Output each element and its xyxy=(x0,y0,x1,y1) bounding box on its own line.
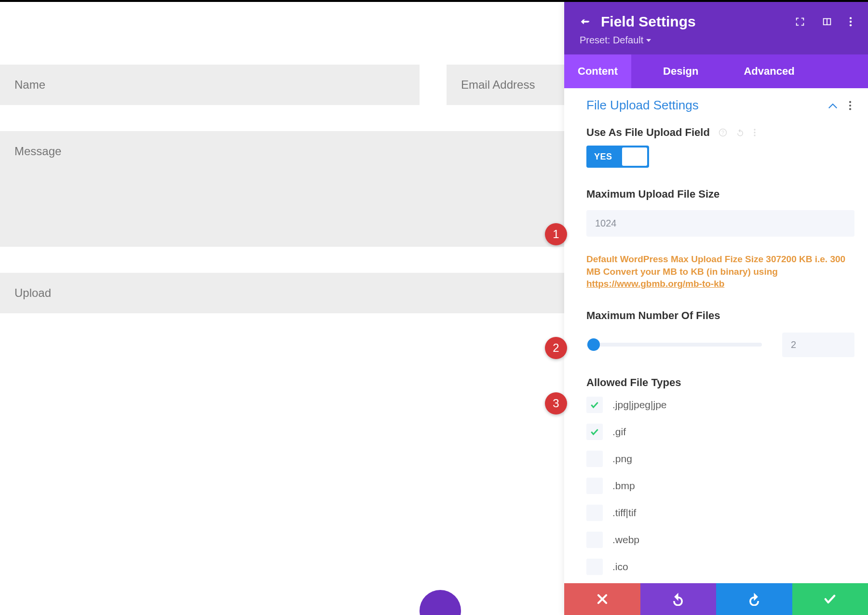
checkbox[interactable] xyxy=(586,451,603,467)
use-as-upload-label: Use As File Upload Field xyxy=(586,126,710,139)
max-size-help: Default WordPress Max Upload Fize Size 3… xyxy=(586,253,854,290)
max-files-value[interactable] xyxy=(782,333,854,357)
file-type-label: .gif xyxy=(612,426,626,438)
svg-point-5 xyxy=(849,108,851,110)
tab-advanced[interactable]: Advanced xyxy=(730,54,808,88)
max-files-label: Maximum Number Of Files xyxy=(586,309,854,322)
help-icon[interactable]: ? xyxy=(719,128,727,137)
check-icon xyxy=(823,592,837,606)
file-type-option[interactable]: .bmp xyxy=(586,478,854,494)
max-files-slider[interactable] xyxy=(586,343,762,347)
expand-icon[interactable] xyxy=(795,16,805,27)
annotation-badge-2: 2 xyxy=(545,337,567,359)
toggle-knob xyxy=(622,147,647,166)
checkbox[interactable] xyxy=(586,532,603,548)
close-icon xyxy=(596,592,609,606)
max-size-label: Maximum Upload File Size xyxy=(586,188,854,201)
help-text: Default WordPress Max Upload Fize Size 3… xyxy=(586,254,845,277)
toggle-state-label: YES xyxy=(586,152,620,162)
file-type-option[interactable]: .gif xyxy=(586,424,854,440)
checkmark-icon xyxy=(590,400,599,410)
redo-button[interactable] xyxy=(716,583,792,615)
file-type-option[interactable]: .png xyxy=(586,451,854,467)
panel-title: Field Settings xyxy=(601,13,696,30)
help-link[interactable]: https://www.gbmb.org/mb-to-kb xyxy=(586,279,724,289)
panel-tabs: Content Design Advanced xyxy=(564,54,868,88)
email-field[interactable] xyxy=(447,65,564,105)
checkbox[interactable] xyxy=(586,478,603,494)
file-type-option[interactable]: .tiff|tif xyxy=(586,505,854,521)
panel-footer xyxy=(564,583,868,615)
name-field[interactable] xyxy=(0,65,420,105)
svg-text:?: ? xyxy=(721,130,724,135)
file-type-label: .png xyxy=(612,453,632,465)
section-title[interactable]: File Upload Settings xyxy=(586,98,699,113)
max-size-input[interactable] xyxy=(586,210,854,237)
checkbox[interactable] xyxy=(586,505,603,521)
svg-point-10 xyxy=(754,134,755,136)
form-preview-canvas xyxy=(0,2,564,615)
svg-point-9 xyxy=(754,132,755,133)
file-type-label: .bmp xyxy=(612,480,635,492)
message-field[interactable] xyxy=(0,131,564,247)
svg-point-4 xyxy=(849,104,851,106)
panel-body: File Upload Settings Use As File Upload … xyxy=(564,88,868,583)
svg-point-2 xyxy=(850,24,852,26)
file-type-option[interactable]: .jpg|jpeg|jpe xyxy=(586,397,854,413)
columns-icon[interactable] xyxy=(822,16,832,27)
cancel-button[interactable] xyxy=(564,583,640,615)
checkbox[interactable] xyxy=(586,397,603,413)
option-kebab-icon[interactable] xyxy=(753,128,756,137)
tab-design[interactable]: Design xyxy=(650,54,712,88)
svg-point-3 xyxy=(849,101,851,103)
reset-icon[interactable] xyxy=(736,128,745,137)
section-kebab-icon[interactable] xyxy=(846,100,854,111)
file-types-label: Allowed File Types xyxy=(586,376,854,389)
file-types-list: .jpg|jpeg|jpe.gif.png.bmp.tiff|tif.webp.… xyxy=(586,397,854,575)
collapse-icon[interactable] xyxy=(828,101,837,110)
tab-content[interactable]: Content xyxy=(564,54,631,88)
file-type-label: .webp xyxy=(612,534,639,546)
preset-label: Preset: Default xyxy=(580,35,643,46)
slider-thumb[interactable] xyxy=(587,338,600,351)
back-icon[interactable] xyxy=(580,16,590,27)
checkmark-icon xyxy=(590,427,599,437)
floating-action-bubble[interactable] xyxy=(420,590,461,615)
settings-panel: Field Settings Preset: Defaul xyxy=(564,2,868,615)
caret-down-icon xyxy=(646,38,651,43)
annotation-badge-3: 3 xyxy=(545,392,567,414)
svg-point-1 xyxy=(850,21,852,23)
use-as-upload-toggle[interactable]: YES xyxy=(586,146,649,168)
undo-icon xyxy=(671,592,685,606)
panel-header: Field Settings Preset: Defaul xyxy=(564,2,868,54)
save-button[interactable] xyxy=(792,583,868,615)
svg-point-8 xyxy=(754,129,755,130)
svg-point-0 xyxy=(850,17,852,19)
preset-selector[interactable]: Preset: Default xyxy=(580,35,853,46)
checkbox[interactable] xyxy=(586,559,603,575)
file-type-option[interactable]: .webp xyxy=(586,532,854,548)
kebab-menu-icon[interactable] xyxy=(849,16,853,27)
redo-icon xyxy=(747,592,761,606)
undo-button[interactable] xyxy=(640,583,717,615)
file-type-label: .tiff|tif xyxy=(612,507,636,519)
annotation-badge-1: 1 xyxy=(545,223,567,245)
checkbox[interactable] xyxy=(586,424,603,440)
file-type-option[interactable]: .ico xyxy=(586,559,854,575)
file-type-label: .ico xyxy=(612,561,628,573)
file-type-label: .jpg|jpeg|jpe xyxy=(612,399,667,411)
upload-field[interactable] xyxy=(0,273,564,313)
